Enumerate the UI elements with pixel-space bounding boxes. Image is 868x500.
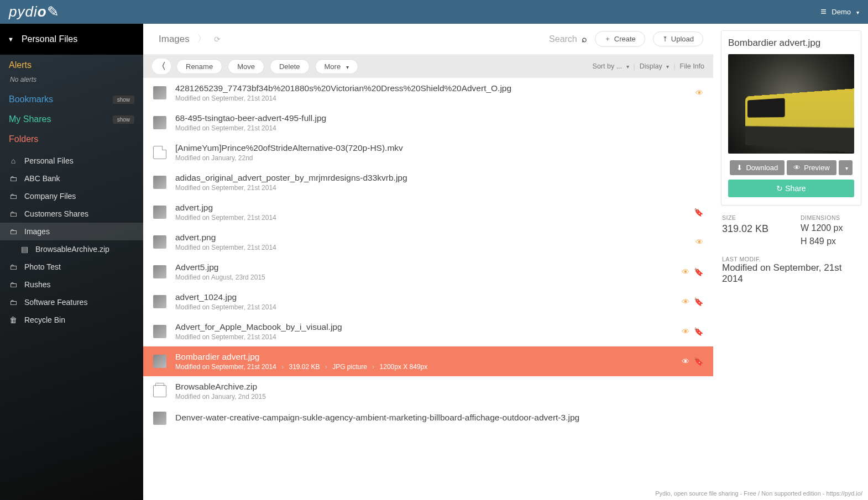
share-button[interactable]: Share	[728, 180, 854, 197]
file-row[interactable]: Denver-water-creative-campaign-sukle-age…	[143, 406, 713, 430]
tree-item[interactable]: ▤BrowsableArchive.zip	[0, 240, 143, 258]
back-button[interactable]: 〈	[152, 59, 171, 74]
display-button[interactable]: Display	[640, 62, 669, 70]
tree-item[interactable]: 🗀Images	[0, 223, 143, 240]
home-icon: ⌂	[9, 156, 18, 165]
file-row[interactable]: Bombardier advert.jpgModified on Septemb…	[143, 346, 713, 376]
file-name: Advert5.jpg	[175, 262, 673, 272]
file-name: Denver-water-creative-campaign-sukle-age…	[175, 413, 694, 423]
file-row[interactable]: [AnimeYum]Prince%20ofStrideAlternative-0…	[143, 138, 713, 167]
file-row[interactable]: 4281265239_77473bf34b%201880s%20Victoria…	[143, 78, 713, 108]
sidebar-alerts-title[interactable]: Alerts	[9, 60, 134, 70]
sidebar-myshares-title[interactable]: My Shares show	[9, 114, 134, 124]
tree-item-label: Personal Files	[24, 156, 74, 165]
plus-icon: ＋	[604, 34, 611, 44]
eye-icon: 👁	[682, 357, 689, 366]
bookmark-icon: 🔖	[694, 208, 703, 217]
footer-text: Pydio, open source file sharing - Free /…	[655, 490, 862, 497]
eye-icon: 👁	[682, 297, 689, 306]
tree-item[interactable]: 🗀Photo Test	[0, 258, 143, 276]
file-meta: Modified on September, 21st 2014 › 319.0…	[175, 363, 673, 371]
tree-item-label: ABC Bank	[24, 174, 60, 183]
sidebar-bookmarks-title[interactable]: Bookmarks show	[9, 94, 134, 104]
tree-item-label: BrowsableArchive.zip	[35, 245, 109, 254]
tree-item-label: Photo Test	[24, 262, 61, 271]
file-meta: Modified on September, 21st 2014	[175, 303, 673, 311]
file-meta: Modified on September, 21st 2014	[175, 214, 685, 222]
user-menu[interactable]: Demo	[820, 6, 859, 18]
file-row[interactable]: advert_1024.jpgModified on September, 21…	[143, 287, 713, 317]
lastmod-label: LAST MODIF.	[722, 256, 862, 262]
download-button[interactable]: ⬇Download	[730, 160, 785, 175]
size-value: 319.02 KB	[722, 222, 784, 236]
file-row[interactable]: advert.jpgModified on September, 21st 20…	[143, 197, 713, 227]
file-list: 4281265239_77473bf34b%201880s%20Victoria…	[143, 78, 713, 500]
search-box[interactable]: Search ⌕	[549, 34, 587, 44]
file-name: advert_1024.jpg	[175, 292, 673, 302]
upload-icon: ⤒	[662, 35, 668, 43]
breadcrumb-bar: Images 〉 ⟳ Search ⌕ ＋Create ⤒Upload	[143, 24, 713, 55]
delete-button[interactable]: Delete	[270, 59, 310, 74]
more-button[interactable]: More	[315, 59, 359, 74]
sort-by-button[interactable]: Sort by ...	[593, 62, 629, 70]
main-panel: Images 〉 ⟳ Search ⌕ ＋Create ⤒Upload 〈 Re…	[143, 24, 713, 500]
tree-item[interactable]: ⌂Personal Files	[0, 152, 143, 170]
tree-item[interactable]: 🗀Customers Shares	[0, 205, 143, 223]
detail-title: Bombardier advert.jpg	[728, 38, 854, 49]
upload-button[interactable]: ⤒Upload	[653, 31, 703, 46]
workspace-header[interactable]: ▼ Personal Files	[0, 24, 143, 55]
tree-item[interactable]: 🗀Rushes	[0, 276, 143, 293]
file-row[interactable]: 68-495-tsingtao-beer-advert-495-full.jpg…	[143, 108, 713, 138]
tree-item[interactable]: 🗀Software Features	[0, 293, 143, 311]
tree-item[interactable]: 🗑Recycle Bin	[0, 311, 143, 329]
file-meta: Modified on January, 22nd	[175, 154, 694, 162]
create-button[interactable]: ＋Create	[595, 31, 645, 47]
eye-icon: 👁	[793, 164, 801, 172]
file-name: Advert_for_Apple_Macbook_by_i_visual.jpg	[175, 322, 673, 332]
folder-icon: 🗀	[9, 298, 18, 307]
preview-button[interactable]: 👁Preview	[787, 160, 836, 175]
eye-icon: 👁	[682, 327, 689, 336]
trash-icon: 🗑	[9, 315, 18, 324]
caret-down-icon	[843, 164, 848, 172]
folder-icon: 🗀	[9, 209, 18, 218]
preview-image[interactable]	[728, 54, 854, 154]
menu-icon	[820, 6, 828, 18]
show-shares-button[interactable]: show	[113, 115, 134, 124]
detail-panel: Bombardier advert.jpg ⬇Download 👁Preview…	[713, 24, 868, 500]
file-meta: Modified on September, 21st 2014	[175, 94, 687, 102]
breadcrumb-sep-icon: 〉	[197, 33, 206, 45]
show-bookmarks-button[interactable]: show	[113, 96, 134, 104]
folder-icon: 🗀	[9, 192, 18, 201]
dimensions-width: W 1200 px	[801, 222, 862, 234]
tree-item[interactable]: 🗀Company Files	[0, 187, 143, 205]
file-meta: Modified on August, 23rd 2015	[175, 273, 673, 281]
file-meta: Modified on January, 2nd 2015	[175, 393, 694, 401]
refresh-icon[interactable]: ⟳	[214, 35, 221, 44]
chevron-down-icon: ▼	[8, 36, 14, 43]
tree-item-label: Customers Shares	[24, 209, 88, 218]
eye-icon: 👁	[696, 88, 703, 97]
tree-item-label: Company Files	[24, 192, 76, 201]
tree-item-label: Rushes	[24, 280, 50, 289]
file-row[interactable]: advert.pngModified on September, 21st 20…	[143, 227, 713, 257]
breadcrumb-current[interactable]: Images	[159, 34, 190, 45]
file-row[interactable]: BrowsableArchive.zipModified on January,…	[143, 376, 713, 406]
file-row[interactable]: Advert_for_Apple_Macbook_by_i_visual.jpg…	[143, 317, 713, 346]
rename-button[interactable]: Rename	[176, 59, 222, 74]
sidebar-folders-title[interactable]: Folders	[9, 134, 134, 144]
more-actions-button[interactable]	[839, 160, 853, 175]
tree-item-label: Images	[24, 227, 50, 236]
file-row[interactable]: Advert5.jpgModified on August, 23rd 2015…	[143, 257, 713, 287]
file-row[interactable]: adidas_original_advert_poster_by_mrjmrde…	[143, 167, 713, 197]
lastmod-value: Modified on September, 21st 2014	[722, 262, 862, 285]
fileinfo-button[interactable]: File Info	[680, 62, 704, 70]
eye-icon: 👁	[682, 267, 689, 276]
tree-item[interactable]: 🗀ABC Bank	[0, 170, 143, 187]
caret-down-icon	[854, 8, 859, 16]
move-button[interactable]: Move	[228, 59, 264, 74]
tree-item-label: Software Features	[24, 298, 87, 307]
bookmark-icon: 🔖	[694, 267, 703, 276]
size-label: SIZE	[722, 214, 784, 221]
bookmark-icon: 🔖	[694, 297, 703, 306]
